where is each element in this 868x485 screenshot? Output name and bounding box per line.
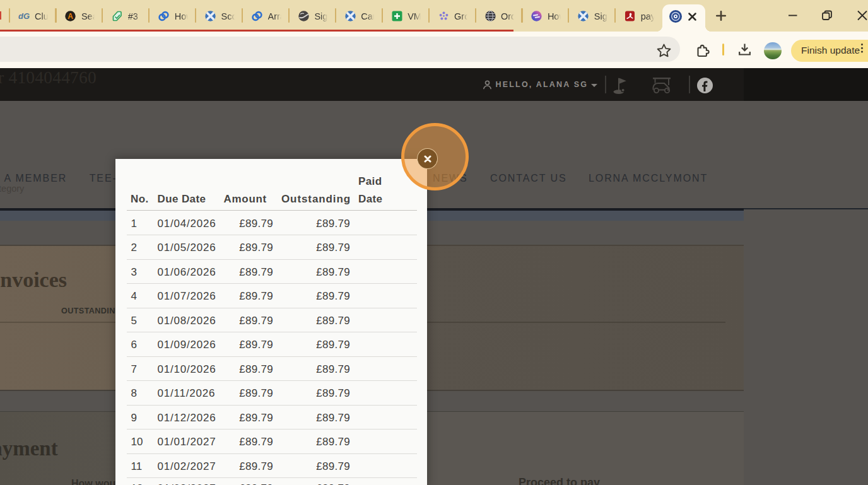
svg-text:A: A bbox=[68, 12, 74, 21]
